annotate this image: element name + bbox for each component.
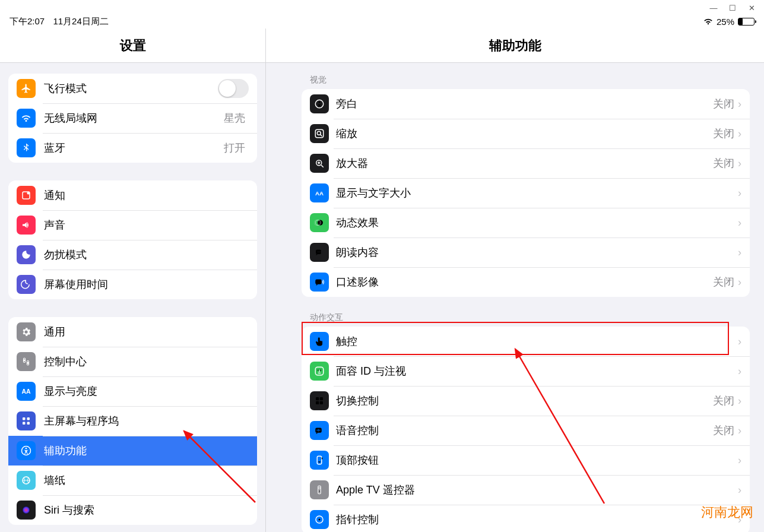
chevron-right-icon: › <box>738 128 741 140</box>
sidebar-group-notifications: 通知 声音 勿扰模式 屏幕使用时间 <box>8 180 257 299</box>
faceid-icon <box>310 362 329 381</box>
sidebar-item-bluetooth[interactable]: 蓝牙 打开 <box>8 133 257 163</box>
detail-item-pointer[interactable]: 指针控制 › <box>302 505 750 532</box>
detail-item-label: 切换控制 <box>336 394 713 408</box>
detail-item-label: 显示与文字大小 <box>336 186 738 200</box>
section-header: 动作交互 <box>302 312 750 327</box>
battery-icon <box>738 18 755 26</box>
detail-item-touch[interactable]: 触控 › <box>302 327 750 356</box>
detail-group: 旁白 关闭› 缩放 关闭› 放大器 关闭› 显示与文字大小 › 动态效果 › 朗… <box>302 89 750 297</box>
chevron-right-icon: › <box>738 187 741 200</box>
detail-item-label: 顶部按钮 <box>336 453 738 467</box>
sidebar-group-general: 通用 控制中心 显示与亮度 主屏幕与程序坞 辅助功能 墙纸 Siri 与搜索 <box>8 317 257 525</box>
bluetooth-value: 打开 <box>224 141 245 155</box>
notify-icon <box>17 186 36 205</box>
detail-item-motion[interactable]: 动态效果 › <box>302 208 750 238</box>
detail-item-magnifier[interactable]: 放大器 关闭› <box>302 148 750 178</box>
sidebar-item-label: 声音 <box>44 218 249 232</box>
detail-item-zoom[interactable]: 缩放 关闭› <box>302 119 750 148</box>
status-right: 25% <box>703 17 755 27</box>
sidebar-item-siri[interactable]: Siri 与搜索 <box>8 495 257 525</box>
appletv-icon <box>310 480 329 499</box>
detail-item-faceid[interactable]: 面容 ID 与注视 › <box>302 356 750 386</box>
accessibility-detail[interactable]: 视觉 旁白 关闭› 缩放 关闭› 放大器 关闭› 显示与文字大小 › 动态效果 … <box>266 63 764 532</box>
topbutton-icon <box>310 451 329 470</box>
section-header: 视觉 <box>302 75 750 89</box>
detail-item-label: 触控 <box>336 334 738 349</box>
sidebar-item-dnd[interactable]: 勿扰模式 <box>8 240 257 270</box>
detail-item-switchcontrol[interactable]: 切换控制 关闭› <box>302 386 750 416</box>
airplane-icon <box>17 79 36 98</box>
close-button[interactable]: ✕ <box>747 4 756 14</box>
chevron-right-icon: › <box>738 157 741 170</box>
minimize-button[interactable]: — <box>709 4 718 14</box>
sidebar-item-wifi[interactable]: 无线局域网 星壳 <box>8 103 257 133</box>
chevron-right-icon: › <box>738 276 741 289</box>
screentime-icon <box>17 275 36 294</box>
dnd-icon <box>17 245 36 264</box>
detail-item-voiceover[interactable]: 旁白 关闭› <box>302 89 750 119</box>
pointer-icon <box>310 510 329 529</box>
sidebar-title: 设置 <box>0 28 266 63</box>
chevron-right-icon: › <box>738 365 741 378</box>
sidebar-item-wallpaper[interactable]: 墙纸 <box>8 466 257 495</box>
detail-item-spoken[interactable]: 朗读内容 › <box>302 238 750 267</box>
chevron-right-icon: › <box>738 395 741 407</box>
sidebar-item-label: 通知 <box>44 188 249 202</box>
sidebar-item-homescreen[interactable]: 主屏幕与程序坞 <box>8 406 257 436</box>
maximize-button[interactable]: ☐ <box>728 4 737 14</box>
status-time: 下午2:07 <box>9 16 45 26</box>
sidebar-item-notify[interactable]: 通知 <box>8 180 257 210</box>
detail-item-label: 语音控制 <box>336 423 713 438</box>
detail-item-audiodesc[interactable]: 口述影像 关闭› <box>302 267 750 297</box>
sidebar-item-label: 控制中心 <box>44 354 249 369</box>
sidebar-item-accessibility[interactable]: 辅助功能 <box>8 436 257 466</box>
spoken-icon <box>310 243 329 262</box>
magnifier-value: 关闭 <box>713 156 734 170</box>
sidebar-item-label: Siri 与搜索 <box>44 503 249 517</box>
status-left: 下午2:07 11月24日周二 <box>9 16 115 27</box>
watermark: 河南龙网 <box>701 504 753 521</box>
detail-item-label: 口述影像 <box>336 275 713 289</box>
sidebar-item-label: 辅助功能 <box>44 444 249 458</box>
bluetooth-icon <box>17 138 36 157</box>
wallpaper-icon <box>17 471 36 490</box>
sidebar-item-screentime[interactable]: 屏幕使用时间 <box>8 270 257 299</box>
detail-item-label: 缩放 <box>336 126 713 141</box>
detail-item-label: 动态效果 <box>336 216 738 230</box>
sidebar-item-general[interactable]: 通用 <box>8 317 257 347</box>
sidebar-item-airplane[interactable]: 飞行模式 <box>8 74 257 103</box>
sidebar-item-label: 墙纸 <box>44 473 249 487</box>
detail-item-topbutton[interactable]: 顶部按钮 › <box>302 445 750 475</box>
detail-item-label: 面容 ID 与注视 <box>336 364 738 378</box>
sidebar-item-sound[interactable]: 声音 <box>8 210 257 240</box>
display-icon <box>17 382 36 401</box>
airplane-switch[interactable] <box>218 79 249 98</box>
switchcontrol-value: 关闭 <box>713 394 734 408</box>
sidebar-item-label: 蓝牙 <box>44 141 224 155</box>
sidebar-item-label: 通用 <box>44 325 249 339</box>
pane-titles: 设置 辅助功能 <box>0 28 764 63</box>
detail-item-voicecontrol[interactable]: 语音控制 关闭› <box>302 416 750 445</box>
detail-item-label: 放大器 <box>336 156 713 170</box>
chevron-right-icon: › <box>738 335 741 348</box>
settings-sidebar[interactable]: 飞行模式 无线局域网 星壳 蓝牙 打开 通知 声音 勿扰模式 屏幕使用时间 通用… <box>0 63 266 532</box>
detail-item-textsize[interactable]: 显示与文字大小 › <box>302 178 750 208</box>
sidebar-item-display[interactable]: 显示与亮度 <box>8 376 257 406</box>
detail-item-appletv[interactable]: Apple TV 遥控器 › <box>302 475 750 505</box>
chevron-right-icon: › <box>738 217 741 229</box>
controlcenter-icon <box>17 352 36 371</box>
chevron-right-icon: › <box>738 454 741 467</box>
sidebar-item-label: 无线局域网 <box>44 111 224 125</box>
battery-pct: 25% <box>717 17 734 27</box>
status-bar: 下午2:07 11月24日周二 25% <box>0 14 764 28</box>
voiceover-icon <box>310 94 329 113</box>
chevron-right-icon: › <box>738 246 741 259</box>
magnifier-icon <box>310 154 329 173</box>
chevron-right-icon: › <box>738 425 741 437</box>
audiodesc-value: 关闭 <box>713 275 734 289</box>
audiodesc-icon <box>310 273 329 292</box>
window-controls: — ☐ ✕ <box>709 0 764 14</box>
sidebar-item-controlcenter[interactable]: 控制中心 <box>8 347 257 376</box>
sidebar-item-label: 飞行模式 <box>44 81 218 96</box>
